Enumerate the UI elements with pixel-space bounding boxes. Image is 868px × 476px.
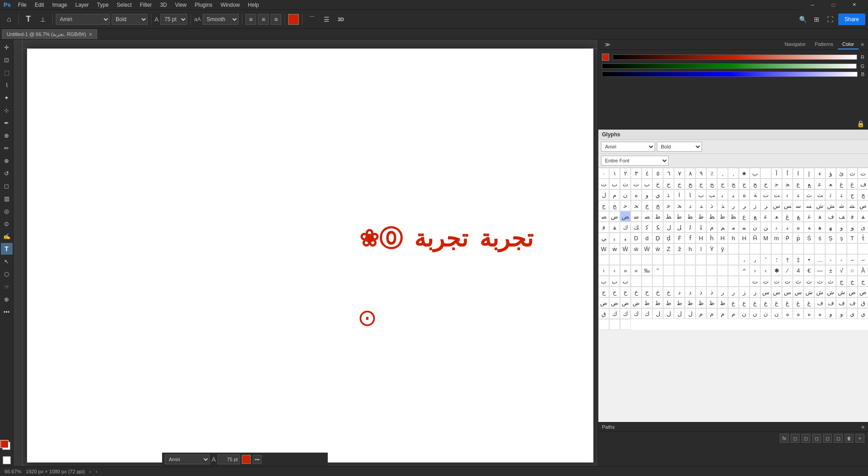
glyph-cell[interactable]: Ś: [804, 233, 814, 243]
glyph-cell[interactable]: خ: [642, 287, 652, 297]
glyph-cell[interactable]: ﻈ: [728, 211, 739, 222]
glyph-cell[interactable]: ś: [814, 233, 825, 243]
glyph-cell[interactable]: ف: [858, 179, 868, 189]
glyph-cell[interactable]: ﻉ: [739, 211, 750, 222]
glyph-cell[interactable]: ÿ: [717, 243, 728, 254]
glyph-cell[interactable]: ك: [642, 308, 652, 319]
glyph-cell[interactable]: د: [674, 287, 685, 297]
menu-layer[interactable]: Layer: [72, 1, 92, 9]
glyph-cell[interactable]: ‒: [847, 254, 858, 265]
glyph-cell[interactable]: ب: [598, 276, 609, 287]
glyph-cell[interactable]: –: [858, 254, 868, 265]
glyph-cell[interactable]: Ÿ: [706, 243, 717, 254]
glyph-cell[interactable]: ﺡ: [598, 200, 609, 211]
glyph-cell[interactable]: ḍ: [663, 233, 674, 243]
glyph-cell[interactable]: ﺒ: [728, 189, 739, 200]
glyph-cell[interactable]: [663, 254, 674, 265]
glyph-cell[interactable]: ﻫ: [814, 222, 825, 233]
glyph-cell[interactable]: ب: [620, 276, 631, 287]
workspace-icon[interactable]: ⊞: [811, 14, 822, 25]
glyph-cell[interactable]: ﻌ: [825, 179, 836, 189]
glyph-cell[interactable]: ف: [825, 297, 836, 308]
glyph-cell[interactable]: ﻴ: [620, 233, 631, 243]
glyph-cell[interactable]: ت: [782, 276, 793, 287]
foreground-color[interactable]: [0, 440, 9, 448]
glyph-cell[interactable]: ﺩ: [685, 200, 696, 211]
glyph-cell[interactable]: ك: [631, 308, 642, 319]
glyph-cell[interactable]: [847, 243, 858, 254]
glyph-cell[interactable]: [782, 243, 793, 254]
nav-prev[interactable]: ‹: [90, 469, 91, 474]
glyph-cell[interactable]: ﻧ: [771, 222, 782, 233]
glyph-cell[interactable]: [674, 254, 685, 265]
glyph-cell[interactable]: ‰: [642, 265, 652, 276]
glyph-cell[interactable]: |: [804, 168, 814, 179]
character-panel-button[interactable]: ☰: [320, 13, 333, 26]
text-color-swatch[interactable]: [288, 14, 299, 25]
glyph-cell[interactable]: [685, 254, 696, 265]
glyph-cell[interactable]: ﺯ: [750, 200, 760, 211]
glyph-cell[interactable]: ﻃ: [674, 211, 685, 222]
glyph-cell[interactable]: ﺝ: [847, 189, 858, 200]
glyph-cell[interactable]: ﺨ: [674, 200, 685, 211]
select-tool[interactable]: ⬚: [1, 67, 13, 78]
glyph-cell[interactable]: ﻟ: [685, 222, 696, 233]
glyph-filter-select[interactable]: Entire Font Arabic Latin: [601, 156, 669, 166]
glyph-cell[interactable]: ﻥ: [750, 222, 760, 233]
glyph-cell[interactable]: ›: [760, 265, 771, 276]
glyph-cell[interactable]: ﺬ: [717, 200, 728, 211]
path-add-button[interactable]: ◻: [791, 434, 800, 443]
glyph-cell[interactable]: ḣ: [706, 233, 717, 243]
fullscreen-icon[interactable]: ⛶: [825, 14, 836, 25]
glyph-cell[interactable]: 4: [793, 265, 804, 276]
glyph-cell[interactable]: Ḟ: [674, 233, 685, 243]
glyph-cell[interactable]: و: [642, 189, 652, 200]
glyph-cell[interactable]: [598, 254, 609, 265]
panel-expand-icon[interactable]: ≫: [602, 40, 613, 49]
glyph-cell[interactable]: ب: [609, 179, 620, 189]
glyph-cell[interactable]: ش: [836, 287, 847, 297]
glyph-cell[interactable]: ع: [739, 297, 750, 308]
menu-plugins[interactable]: Plugins: [191, 1, 216, 9]
glyph-cell[interactable]: ﺑ: [717, 189, 728, 200]
glyph-cell[interactable]: ص: [858, 287, 868, 297]
glyph-cell[interactable]: ز: [739, 287, 750, 297]
path-fx-button[interactable]: fx: [780, 434, 789, 443]
glyph-cell[interactable]: ع: [760, 297, 771, 308]
glyph-cell[interactable]: [804, 243, 814, 254]
glyph-cell[interactable]: ه: [814, 308, 825, 319]
glyph-font-select[interactable]: Amiri: [601, 142, 655, 152]
glyph-cell[interactable]: ﺹ: [858, 200, 868, 211]
color-fg[interactable]: [602, 54, 609, 61]
glyph-cell[interactable]: €: [804, 265, 814, 276]
glyph-cell[interactable]: [642, 276, 652, 287]
glyph-cell[interactable]: ﺸ: [847, 200, 858, 211]
glyph-cell[interactable]: ؛: [771, 254, 782, 265]
glyph-cell[interactable]: ﻄ: [685, 211, 696, 222]
glyph-cell[interactable]: [858, 243, 868, 254]
glyph-cell[interactable]: ›: [609, 265, 620, 276]
glyph-cell[interactable]: d: [642, 233, 652, 243]
glyph-cell[interactable]: [685, 276, 696, 287]
glyph-cell[interactable]: ﻌ: [771, 211, 782, 222]
glyph-cell[interactable]: ‐: [825, 254, 836, 265]
art-board[interactable]: تجربة تجربة ⓪❀ ⊙: [32, 53, 589, 458]
glyph-cell[interactable]: [598, 319, 609, 330]
glyph-cell[interactable]: ﻗ: [598, 222, 609, 233]
menu-3d[interactable]: 3D: [156, 1, 170, 9]
glyph-grid-container[interactable]: ·١٢٣٤٥٦٧٨٩٪,,★بآأا|ءؤئثتبثتبثتبخحجﺞﺝﺞﺝﺞﺝ…: [598, 168, 868, 422]
glyph-cell[interactable]: أ: [782, 168, 793, 179]
paths-menu-icon[interactable]: ≡: [862, 424, 864, 430]
glyph-cell[interactable]: ل: [598, 189, 609, 200]
glyph-cell[interactable]: ﺧ: [663, 200, 674, 211]
glyph-cell[interactable]: ﻉ: [793, 179, 804, 189]
glyph-cell[interactable]: ت: [631, 179, 642, 189]
glyph-cell[interactable]: [760, 243, 771, 254]
glyph-cell[interactable]: ﻮ: [847, 222, 858, 233]
lasso-tool[interactable]: ⌇: [1, 79, 13, 91]
menu-select[interactable]: Select: [113, 1, 135, 9]
glyph-cell[interactable]: غ: [793, 297, 804, 308]
glyph-cell[interactable]: [631, 276, 642, 287]
glyph-cell[interactable]: [696, 265, 706, 276]
glyph-cell[interactable]: ت: [771, 276, 782, 287]
